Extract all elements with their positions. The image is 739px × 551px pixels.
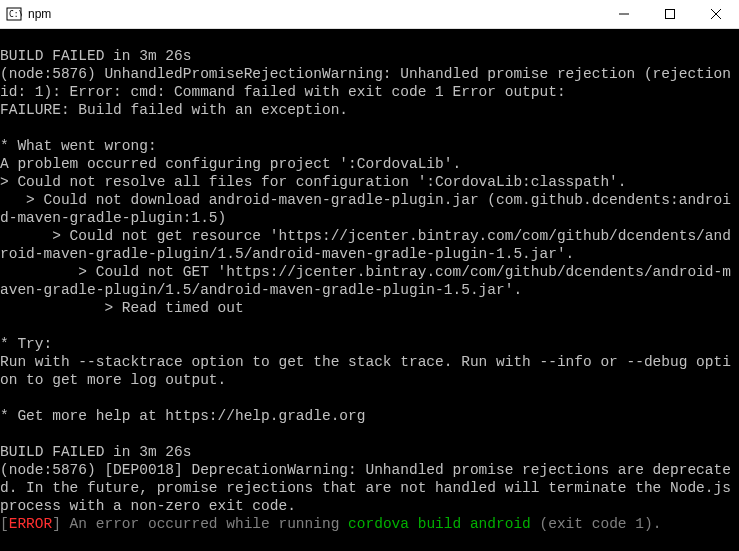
terminal-output[interactable]: BUILD FAILED in 3m 26s(node:5876) Unhand… — [0, 29, 739, 551]
terminal-line — [0, 119, 739, 137]
minimize-button[interactable] — [601, 0, 647, 28]
error-label: ERROR — [9, 516, 53, 532]
terminal-line: A problem occurred configuring project '… — [0, 155, 739, 173]
terminal-line: BUILD FAILED in 3m 26s — [0, 443, 739, 461]
terminal-line: * What went wrong: — [0, 137, 739, 155]
terminal-line — [0, 425, 739, 443]
terminal-line: FAILURE: Build failed with an exception. — [0, 101, 739, 119]
terminal-line: (node:5876) UnhandledPromiseRejectionWar… — [0, 65, 739, 101]
maximize-button[interactable] — [647, 0, 693, 28]
terminal-error-line: [ERROR] An error occurred while running … — [0, 515, 739, 533]
terminal-line: * Try: — [0, 335, 739, 353]
titlebar-left: C:\ npm — [0, 6, 51, 22]
terminal-line — [0, 317, 739, 335]
terminal-line: > Read timed out — [0, 299, 739, 317]
terminal-line — [0, 389, 739, 407]
terminal-line: * Get more help at https://help.gradle.o… — [0, 407, 739, 425]
terminal-line — [0, 29, 739, 47]
error-message: ] An error occurred while running — [52, 516, 348, 532]
bracket: [ — [0, 516, 9, 532]
svg-rect-3 — [666, 10, 675, 19]
window-title: npm — [28, 7, 51, 21]
terminal-line: > Could not resolve all files for config… — [0, 173, 739, 191]
terminal-line: (node:5876) [DEP0018] DeprecationWarning… — [0, 461, 739, 515]
exit-code-text: (exit code 1). — [531, 516, 662, 532]
terminal-line: Run with --stacktrace option to get the … — [0, 353, 739, 389]
terminal-line: > Could not download android-maven-gradl… — [0, 191, 739, 227]
command-text: cordova build android — [348, 516, 531, 532]
terminal-line: BUILD FAILED in 3m 26s — [0, 47, 739, 65]
svg-text:C:\: C:\ — [9, 10, 22, 19]
window-controls — [601, 0, 739, 28]
window-titlebar: C:\ npm — [0, 0, 739, 29]
terminal-line: > Could not GET 'https://jcenter.bintray… — [0, 263, 739, 299]
terminal-line: > Could not get resource 'https://jcente… — [0, 227, 739, 263]
close-button[interactable] — [693, 0, 739, 28]
app-icon: C:\ — [6, 6, 22, 22]
